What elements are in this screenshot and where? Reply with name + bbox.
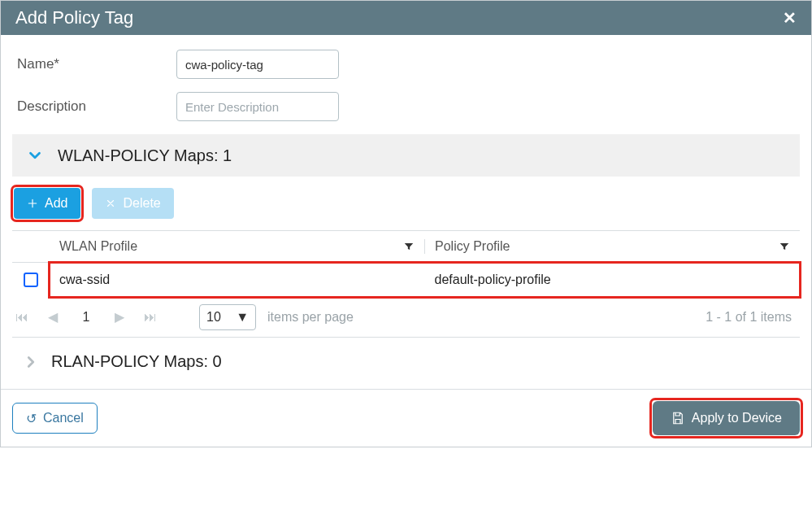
rlan-section-count: 0: [213, 352, 222, 370]
pager-current-page: 1: [74, 310, 98, 325]
dialog-title: Add Policy Tag: [15, 7, 133, 28]
dialog-titlebar: Add Policy Tag ✕: [1, 1, 811, 35]
wlan-profile-header: WLAN Profile: [59, 239, 137, 254]
policy-profile-header: Policy Profile: [435, 239, 510, 254]
delete-button-label: Delete: [123, 196, 160, 211]
caret-down-icon: ▼: [236, 310, 249, 325]
plus-icon: [27, 198, 38, 209]
rlan-section-title-text: RLAN-POLICY Maps:: [51, 352, 208, 370]
description-row: Description: [12, 92, 800, 121]
row-checkbox[interactable]: [24, 273, 38, 287]
wlan-profile-cell: cwa-ssid: [59, 273, 110, 287]
close-icon: [105, 198, 116, 209]
dialog-footer: ↺ Cancel Apply to Device: [1, 389, 811, 447]
pager-prev-icon[interactable]: ◀: [43, 309, 63, 325]
description-label: Description: [17, 98, 176, 115]
undo-icon: ↺: [26, 411, 37, 426]
wlan-section-title-text: WLAN-POLICY Maps:: [58, 146, 218, 164]
items-per-page-label: items per page: [267, 310, 354, 325]
filter-icon[interactable]: [403, 241, 415, 252]
filter-icon[interactable]: [779, 241, 790, 252]
name-row: Name*: [12, 50, 800, 79]
chevron-right-icon: [22, 353, 40, 371]
rlan-section-title: RLAN-POLICY Maps: 0: [51, 352, 222, 371]
description-input[interactable]: [176, 92, 339, 121]
save-icon: [671, 411, 685, 425]
close-icon[interactable]: ✕: [783, 8, 797, 28]
pager-next-icon[interactable]: ▶: [110, 309, 129, 325]
table-row[interactable]: cwa-ssid default-policy-profile: [50, 263, 800, 297]
add-button[interactable]: Add: [14, 188, 80, 219]
page-size-value: 10: [206, 310, 221, 325]
page-size-select[interactable]: 10 ▼: [199, 304, 256, 330]
rlan-policy-section-header[interactable]: RLAN-POLICY Maps: 0: [12, 338, 800, 389]
wlan-section-count: 1: [223, 146, 232, 164]
table-header: WLAN Profile Policy Profile: [12, 230, 800, 263]
add-button-label: Add: [45, 196, 67, 211]
pager: ⏮ ◀ 1 ▶ ⏭ 10 ▼ items per page 1 - 1 of 1…: [12, 297, 800, 338]
pager-first-icon[interactable]: ⏮: [12, 310, 32, 325]
apply-button-label: Apply to Device: [692, 411, 782, 425]
apply-button[interactable]: Apply to Device: [653, 401, 800, 435]
add-policy-tag-dialog: Add Policy Tag ✕ Name* Description WLAN-…: [0, 0, 812, 447]
cancel-button[interactable]: ↺ Cancel: [12, 403, 98, 434]
pager-last-icon[interactable]: ⏭: [141, 310, 160, 325]
chevron-down-icon: [24, 144, 46, 167]
name-label: Name*: [17, 56, 176, 72]
cancel-button-label: Cancel: [43, 411, 84, 425]
wlan-section-title: WLAN-POLICY Maps: 1: [58, 146, 232, 165]
wlan-button-row: Add Delete: [12, 188, 800, 219]
wlan-policy-section-header[interactable]: WLAN-POLICY Maps: 1: [12, 134, 800, 177]
name-input[interactable]: [176, 50, 339, 79]
pager-range: 1 - 1 of 1 items: [706, 310, 800, 325]
policy-profile-cell: default-policy-profile: [435, 273, 551, 287]
wlan-policy-table: WLAN Profile Policy Profile: [12, 230, 800, 338]
dialog-body: Name* Description WLAN-POLICY Maps: 1: [1, 35, 811, 389]
delete-button[interactable]: Delete: [92, 188, 173, 219]
